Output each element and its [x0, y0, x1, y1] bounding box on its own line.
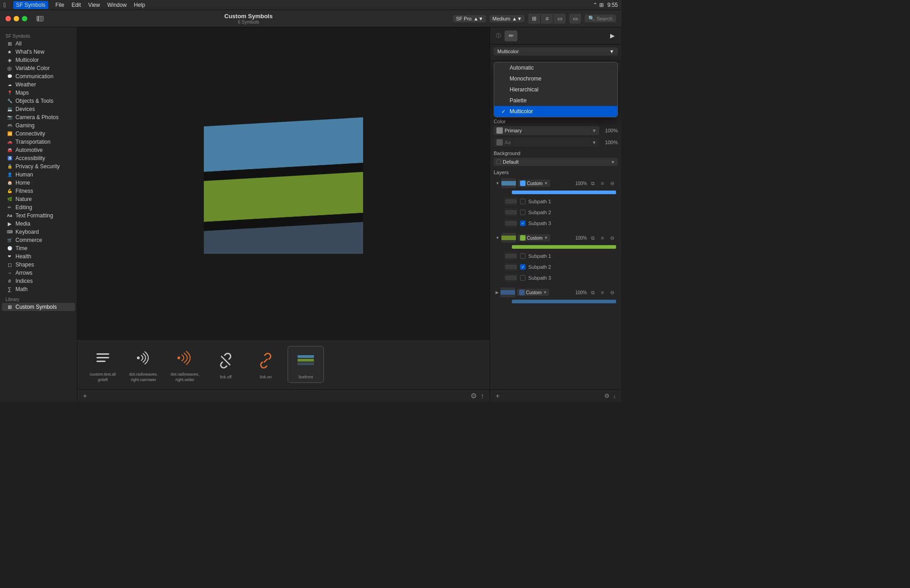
play-button[interactable]: ▶: [607, 30, 618, 41]
sidebar-item-nature[interactable]: 🌿 Nature: [2, 195, 75, 203]
layer-1-sub1-checkbox[interactable]: [520, 199, 526, 204]
sidebar-toggle[interactable]: [36, 16, 44, 21]
symbol-item-custom-text[interactable]: custom.text.alignleft: [85, 344, 121, 385]
fullscreen-button[interactable]: [22, 16, 27, 21]
layer-1-remove-btn[interactable]: ⊖: [608, 179, 616, 187]
title-bar-controls: SF Pro ▲▼ Medium ▲▼ ⊞ ≡ ▭ ▭ 🔍 Search: [453, 14, 616, 24]
sidebar-item-home[interactable]: 🏠 Home: [2, 179, 75, 187]
sidebar-item-editing[interactable]: ✏ Editing: [2, 203, 75, 211]
sidebar-item-all[interactable]: ⊞ All: [2, 40, 75, 48]
menu-view[interactable]: View: [88, 2, 100, 8]
layer-2-copy-btn[interactable]: ⧉: [589, 234, 597, 242]
menu-edit[interactable]: Edit: [71, 2, 81, 8]
apple-menu[interactable]: : [4, 1, 6, 9]
edit-button[interactable]: ✏: [505, 30, 517, 41]
automotive-icon: 🚘: [6, 147, 13, 153]
close-button[interactable]: [5, 16, 11, 21]
settings-icon[interactable]: ⚙: [470, 392, 477, 400]
background-selector[interactable]: Default ▼: [494, 158, 618, 166]
rp-bottom-bar: + ⚙ ↓: [490, 389, 622, 402]
add-layer-button[interactable]: +: [495, 392, 500, 400]
sidebar-item-accessibility[interactable]: ♿ Accessibility: [2, 154, 75, 162]
sidebar-item-camera-photos[interactable]: 📷 Camera & Photos: [2, 113, 75, 121]
sidebar-item-keyboard[interactable]: ⌨ Keyboard: [2, 228, 75, 236]
rp-settings-button[interactable]: ⚙: [604, 392, 610, 399]
font-selector[interactable]: SF Pro ▲▼: [453, 15, 486, 22]
menu-file[interactable]: File: [56, 2, 64, 8]
sidebar-item-automotive[interactable]: 🚘 Automotive: [2, 146, 75, 154]
sidebar-item-media[interactable]: ▶ Media: [2, 220, 75, 228]
sidebar-item-objects-tools[interactable]: 🔧 Objects & Tools: [2, 97, 75, 105]
layer-1-sub3-checkbox[interactable]: ✓: [520, 221, 526, 226]
sidebar-item-communication[interactable]: 💬 Communication: [2, 72, 75, 80]
layer-3-remove-btn[interactable]: ⊖: [608, 288, 616, 297]
sidebar-item-custom-symbols[interactable]: ⊞ Custom Symbols: [2, 303, 75, 311]
symbol-item-link-on[interactable]: link.on: [248, 347, 284, 383]
sidebar-item-gaming[interactable]: 🎮 Gaming: [2, 121, 75, 130]
list-view-button[interactable]: ≡: [541, 14, 553, 24]
weight-selector[interactable]: Medium ▲▼: [490, 15, 525, 22]
layer-1-chevron[interactable]: ▼: [495, 181, 500, 186]
layer-2-more-btn[interactable]: ≡: [598, 234, 607, 242]
sidebar-item-math[interactable]: ∑ Math: [2, 285, 75, 293]
layer-1-sub2-checkbox[interactable]: [520, 210, 526, 215]
sidebar-item-human[interactable]: 👤 Human: [2, 171, 75, 179]
sidebar-item-shapes[interactable]: ◻ Shapes: [2, 261, 75, 269]
svg-rect-14: [298, 355, 314, 358]
dropdown-item-monochrome[interactable]: Monochrome: [494, 73, 617, 84]
sidebar-item-time[interactable]: 🕐 Time: [2, 244, 75, 252]
sidebar-item-privacy-security[interactable]: 🔒 Privacy & Security: [2, 162, 75, 171]
color-secondary-picker[interactable]: Aa ▼: [494, 138, 599, 147]
dropdown-item-multicolor[interactable]: ✓ Multicolor: [494, 106, 617, 117]
symbol-item-livefront[interactable]: livefront: [288, 346, 324, 383]
layer-1-sub2-thumb: [505, 208, 517, 216]
info-button[interactable]: ⓘ: [494, 31, 503, 40]
symbol-icon-dot-radio-wide: [174, 347, 197, 369]
menu-window[interactable]: Window: [107, 2, 127, 8]
render-mode-trigger[interactable]: Multicolor ▼: [494, 47, 618, 55]
layer-2-chevron[interactable]: ▼: [495, 236, 500, 240]
symbol-item-link-off[interactable]: link.off: [207, 347, 244, 383]
dropdown-item-palette[interactable]: Palette: [494, 95, 617, 106]
layer-3-color-inline: Custom ▼: [517, 289, 549, 296]
layer-2-sub1-label: Subpath 1: [528, 253, 551, 259]
sidebar-item-text-formatting[interactable]: Aa Text Formatting: [2, 211, 75, 220]
sidebar-item-transportation[interactable]: 🚗 Transportation: [2, 138, 75, 146]
sidebar-item-connectivity[interactable]: 📶 Connectivity: [2, 130, 75, 138]
rp-export-button[interactable]: ↓: [613, 392, 617, 399]
share-icon[interactable]: ↑: [480, 392, 484, 400]
dropdown-item-automatic[interactable]: Automatic: [494, 62, 617, 73]
layer-3-more-btn[interactable]: ≡: [598, 288, 607, 297]
color-primary-picker[interactable]: Primary ▼: [494, 126, 599, 135]
add-symbol-button[interactable]: +: [83, 392, 87, 400]
search-bar[interactable]: 🔍 Search: [585, 15, 616, 22]
layer-2-sub1-checkbox[interactable]: [520, 253, 526, 259]
symbol-item-dot-radio-wide[interactable]: dot.radiowaves.right.wider: [166, 344, 204, 385]
layer-1-more-btn[interactable]: ≡: [598, 179, 607, 187]
right-sidebar-toggle[interactable]: ▭: [569, 14, 581, 24]
sidebar-item-arrows[interactable]: → Arrows: [2, 269, 75, 277]
sidebar-item-fitness[interactable]: 💪 Fitness: [2, 187, 75, 195]
dropdown-item-hierarchical[interactable]: Hierarchical: [494, 84, 617, 95]
grid-view-button[interactable]: ⊞: [528, 14, 540, 24]
sidebar-item-multicolor[interactable]: ◈ Multicolor: [2, 56, 75, 64]
symbol-item-dot-radio-narrow[interactable]: dot.radiowaves.right.narrower: [125, 344, 162, 385]
layer-3-chevron[interactable]: ▶: [495, 290, 499, 295]
layer-1-copy-btn[interactable]: ⧉: [589, 179, 597, 187]
sidebar-item-indices[interactable]: # Indices: [2, 277, 75, 285]
layer-2-sub2-checkbox[interactable]: ✓: [520, 264, 526, 270]
sidebar-item-maps[interactable]: 📍 Maps: [2, 89, 75, 97]
sidebar-item-devices[interactable]: 💻 Devices: [2, 105, 75, 113]
menu-help[interactable]: Help: [134, 2, 145, 8]
sidebar-item-whats-new[interactable]: ★ What's New: [2, 48, 75, 56]
layer-3-copy-btn[interactable]: ⧉: [589, 288, 597, 297]
sidebar-item-health[interactable]: ❤ Health: [2, 252, 75, 261]
sidebar-item-weather[interactable]: ☁ Weather: [2, 80, 75, 89]
layer-2-remove-btn[interactable]: ⊖: [608, 234, 616, 242]
menu-sf-symbols[interactable]: SF Symbols: [13, 1, 48, 9]
sidebar-item-variable-color[interactable]: ◎ Variable Color: [2, 64, 75, 72]
gallery-view-button[interactable]: ▭: [554, 14, 566, 24]
layer-2-sub3-checkbox[interactable]: [520, 275, 526, 281]
minimize-button[interactable]: [14, 16, 19, 21]
sidebar-item-commerce[interactable]: 🛒 Commerce: [2, 236, 75, 244]
